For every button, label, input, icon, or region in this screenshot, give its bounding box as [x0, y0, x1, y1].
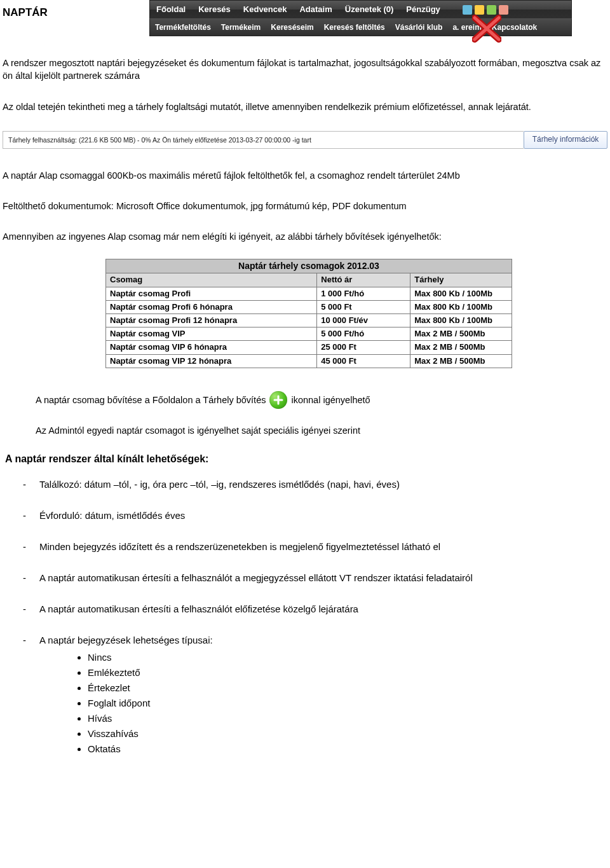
list-item: Minden bejegyzés időzített és a rendszer… — [23, 540, 607, 553]
list-item: Évforduló: dátum, ismétlődés éves — [23, 509, 607, 522]
nav-mini-icon[interactable] — [499, 5, 508, 15]
col-tarhely: Tárhely — [410, 273, 512, 287]
intro-paragraph-2: Az oldal tetején tekintheti meg a tárhel… — [3, 100, 607, 113]
subnav-kereses-feltoltes[interactable]: Keresés feltöltés — [319, 19, 390, 36]
navbar-screenshot: Főoldal Keresés Kedvencek Adataim Üzenet… — [149, 0, 572, 36]
types-intro-text: A naptár bejegyzések lehetséges típusai: — [39, 635, 213, 645]
nav-penzugy[interactable]: Pénzügy — [400, 1, 446, 18]
pkg-price: 10 000 Ft/év — [317, 313, 410, 327]
list-item: Hívás — [88, 712, 607, 725]
pkg-storage: Max 800 Kb / 100Mb — [410, 287, 512, 300]
storage-status-bar: Tárhely felhasználtság: (221.6 KB 500 MB… — [3, 131, 524, 149]
subnav: Termékfeltöltés Termékeim Kereséseim Ker… — [149, 18, 572, 36]
nav-kedvencek[interactable]: Kedvencek — [237, 1, 294, 18]
paragraph-base-package: A naptár Alap csomaggal 600Kb-os maximál… — [3, 169, 607, 182]
list-item: Emlékeztető — [88, 666, 607, 679]
pkg-storage: Max 800 Kb / 100Mb — [410, 300, 512, 313]
packages-table-title: Naptár tárhely csomagok 2012.03 — [106, 259, 512, 273]
col-csomag: Csomag — [106, 273, 317, 287]
page-title: NAPTÁR — [3, 5, 48, 20]
features-heading: A naptár rendszer által kínált lehetőség… — [5, 452, 607, 466]
storage-info-button[interactable]: Tárhely információk — [524, 131, 607, 149]
subnav-vasarloi-klub[interactable]: Vásárlói klub — [390, 19, 448, 36]
list-item: A naptár automatikusan értesíti a felhas… — [23, 571, 607, 584]
packages-table: Naptár tárhely csomagok 2012.03 Csomag N… — [105, 259, 512, 368]
pkg-storage: Max 2 MB / 500Mb — [410, 327, 512, 341]
expand-hint-line: A naptár csomag bővítése a Főoldalon a T… — [36, 391, 607, 409]
pkg-name: Naptár csomag VIP — [106, 327, 317, 341]
pkg-price: 25 000 Ft — [317, 341, 410, 354]
topnav: Főoldal Keresés Kedvencek Adataim Üzenet… — [149, 0, 572, 18]
table-row: Naptár csomag VIP 5 000 Ft/hó Max 2 MB /… — [106, 327, 512, 341]
list-item: Értekezlet — [88, 681, 607, 694]
list-item: Visszahívás — [88, 727, 607, 740]
subnav-kapcsolatok[interactable]: Kapcsolatok — [487, 19, 542, 36]
admin-hint-line: Az Admintól egyedi naptár csomagot is ig… — [36, 424, 607, 437]
subnav-termekfeltoltes[interactable]: Termékfeltöltés — [150, 19, 216, 36]
nav-mini-icon[interactable] — [451, 5, 460, 15]
expand-hint-text-a: A naptár csomag bővítése a Főoldalon a T… — [36, 394, 266, 406]
pkg-name: Naptár csomag Profi — [106, 287, 317, 300]
nav-mini-icon[interactable] — [487, 5, 496, 15]
expand-hint-text-b: ikonnal igényelhető — [291, 394, 370, 406]
pkg-storage: Max 2 MB / 500Mb — [410, 354, 512, 368]
list-item: Foglalt időpont — [88, 696, 607, 710]
types-list: Nincs Emlékeztető Értekezlet Foglalt idő… — [88, 651, 607, 755]
table-row: Naptár csomag Profi 12 hónapra 10 000 Ft… — [106, 313, 512, 327]
features-list: Találkozó: dátum –tól, - ig, óra perc –t… — [23, 478, 607, 755]
nav-uzenetek[interactable]: Üzenetek (0) — [339, 1, 400, 18]
paragraph-doc-formats: Feltölthető dokumentumok: Microsoft Offi… — [3, 200, 607, 212]
list-item-types-intro: A naptár bejegyzések lehetséges típusai:… — [23, 633, 607, 755]
table-row: Naptár csomag Profi 1 000 Ft/hó Max 800 … — [106, 287, 512, 300]
storage-status-row: Tárhely felhasználtság: (221.6 KB 500 MB… — [3, 131, 607, 149]
table-row: Naptár csomag Profi 6 hónapra 5 000 Ft M… — [106, 300, 512, 313]
table-row: Naptár csomag VIP 6 hónapra 25 000 Ft Ma… — [106, 341, 512, 354]
list-item: Nincs — [88, 651, 607, 664]
pkg-price: 45 000 Ft — [317, 354, 410, 368]
pkg-name: Naptár csomag VIP 12 hónapra — [106, 354, 317, 368]
subnav-termekeim[interactable]: Termékeim — [216, 19, 266, 36]
plus-icon[interactable] — [269, 391, 287, 409]
intro-paragraph-1: A rendszer megosztott naptári bejegyzése… — [3, 57, 607, 83]
col-netto-ar: Nettó ár — [317, 273, 410, 287]
pkg-name: Naptár csomag VIP 6 hónapra — [106, 341, 317, 354]
pkg-price: 1 000 Ft/hó — [317, 287, 410, 300]
paragraph-upgrade-intro: Amennyiben az ingyenes Alap csomag már n… — [3, 230, 607, 243]
subnav-partnereim[interactable]: a. ereim — [447, 19, 486, 36]
pkg-price: 5 000 Ft — [317, 300, 410, 313]
nav-mini-icon[interactable] — [463, 5, 472, 15]
nav-adataim[interactable]: Adataim — [293, 1, 338, 18]
list-item: A naptár automatikusan értesíti a felhas… — [23, 602, 607, 616]
nav-icon-row — [447, 5, 508, 15]
nav-kereses[interactable]: Keresés — [192, 1, 237, 18]
pkg-price: 5 000 Ft/hó — [317, 327, 410, 341]
nav-mini-icon[interactable] — [475, 5, 484, 15]
table-row: Naptár csomag VIP 12 hónapra 45 000 Ft M… — [106, 354, 512, 368]
pkg-name: Naptár csomag Profi 12 hónapra — [106, 313, 317, 327]
pkg-storage: Max 800 Kb / 100Mb — [410, 313, 512, 327]
list-item: Találkozó: dátum –tól, - ig, óra perc –t… — [23, 478, 607, 491]
subnav-kereseseim[interactable]: Kereséseim — [266, 19, 318, 36]
list-item: Oktatás — [88, 742, 607, 755]
pkg-storage: Max 2 MB / 500Mb — [410, 341, 512, 354]
pkg-name: Naptár csomag Profi 6 hónapra — [106, 300, 317, 313]
nav-fooldal[interactable]: Főoldal — [150, 1, 192, 18]
